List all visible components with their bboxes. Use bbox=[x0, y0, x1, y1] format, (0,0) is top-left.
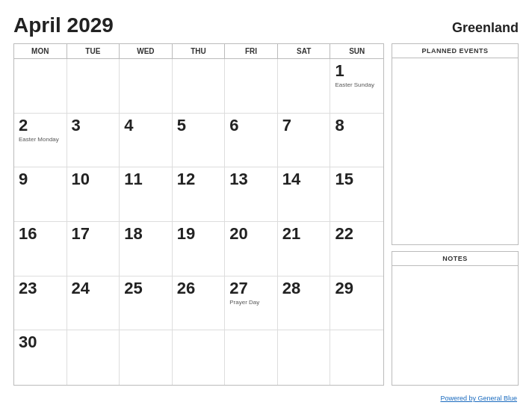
day-cell bbox=[67, 330, 120, 385]
day-cell: 2Easter Monday bbox=[14, 114, 67, 168]
day-cell: 5 bbox=[173, 114, 226, 168]
day-number: 2 bbox=[19, 117, 62, 135]
calendar-header: April 2029 Greenland bbox=[13, 13, 519, 37]
calendar-grid: 1Easter Sunday2Easter Monday345678910111… bbox=[14, 59, 383, 385]
day-cell: 8 bbox=[330, 114, 383, 168]
day-number: 11 bbox=[124, 170, 167, 188]
day-cell bbox=[67, 59, 120, 114]
day-number: 17 bbox=[72, 225, 115, 243]
region-title: Greenland bbox=[452, 20, 519, 36]
day-number: 4 bbox=[124, 117, 167, 135]
sidebar: PLANNED EVENTS NOTES bbox=[392, 43, 519, 386]
day-header-mon: MON bbox=[14, 44, 67, 58]
day-number: 25 bbox=[124, 279, 167, 297]
day-number: 12 bbox=[177, 170, 220, 188]
main-content: MON TUE WED THU FRI SAT SUN 1Easter Sund… bbox=[13, 43, 519, 386]
day-number: 22 bbox=[335, 225, 379, 243]
day-cell bbox=[120, 330, 173, 385]
day-event-label: Easter Sunday bbox=[335, 81, 379, 89]
day-number: 16 bbox=[19, 225, 62, 243]
day-cell bbox=[278, 330, 331, 385]
day-header-thu: THU bbox=[173, 44, 226, 58]
day-cell: 22 bbox=[330, 222, 383, 276]
day-header-wed: WED bbox=[120, 44, 173, 58]
day-cell: 7 bbox=[278, 114, 331, 168]
day-number: 20 bbox=[229, 225, 273, 243]
day-cell bbox=[278, 59, 331, 114]
day-number: 3 bbox=[72, 117, 115, 135]
day-cell: 19 bbox=[173, 222, 226, 276]
day-number: 9 bbox=[19, 170, 62, 188]
day-cell bbox=[14, 59, 67, 114]
day-cell: 23 bbox=[14, 276, 67, 331]
day-number: 18 bbox=[124, 225, 167, 243]
day-cell: 16 bbox=[14, 222, 67, 276]
day-header-fri: FRI bbox=[225, 44, 278, 58]
day-cell: 20 bbox=[225, 222, 278, 276]
planned-events-box: PLANNED EVENTS bbox=[392, 43, 519, 245]
day-cell: 29 bbox=[330, 276, 383, 331]
day-cell: 13 bbox=[225, 167, 278, 222]
planned-events-label: PLANNED EVENTS bbox=[392, 44, 518, 58]
month-year-title: April 2029 bbox=[13, 13, 114, 37]
day-header-tue: TUE bbox=[67, 44, 120, 58]
day-number: 30 bbox=[19, 333, 62, 351]
day-cell: 28 bbox=[278, 276, 331, 331]
day-number: 19 bbox=[177, 225, 220, 243]
day-number: 26 bbox=[177, 279, 220, 297]
day-cell: 21 bbox=[278, 222, 331, 276]
day-number: 14 bbox=[282, 170, 326, 188]
day-number: 1 bbox=[335, 62, 379, 80]
day-cell: 1Easter Sunday bbox=[330, 59, 383, 114]
day-cell: 27Prayer Day bbox=[225, 276, 278, 331]
day-number: 13 bbox=[229, 170, 273, 188]
day-number: 28 bbox=[282, 279, 326, 297]
day-cell: 30 bbox=[14, 330, 67, 385]
day-cell: 3 bbox=[67, 114, 120, 168]
day-cell: 26 bbox=[173, 276, 226, 331]
day-cell: 17 bbox=[67, 222, 120, 276]
day-event-label: Prayer Day bbox=[229, 299, 273, 306]
day-cell: 25 bbox=[120, 276, 173, 331]
day-number: 15 bbox=[335, 170, 379, 188]
day-cell: 12 bbox=[173, 167, 226, 222]
day-event-label: Easter Monday bbox=[19, 136, 62, 143]
day-cell: 24 bbox=[67, 276, 120, 331]
day-cell bbox=[173, 330, 226, 385]
day-number: 24 bbox=[72, 279, 115, 297]
day-cell: 6 bbox=[225, 114, 278, 168]
planned-events-content bbox=[392, 58, 518, 244]
day-number: 23 bbox=[19, 279, 62, 297]
notes-content bbox=[392, 266, 518, 385]
footer: Powered by General Blue bbox=[13, 390, 519, 404]
day-cell: 10 bbox=[67, 167, 120, 222]
day-number: 21 bbox=[282, 225, 326, 243]
calendar-grid-section: MON TUE WED THU FRI SAT SUN 1Easter Sund… bbox=[13, 43, 384, 386]
day-cell: 15 bbox=[330, 167, 383, 222]
day-cell: 14 bbox=[278, 167, 331, 222]
day-cell bbox=[120, 59, 173, 114]
day-header-sat: SAT bbox=[278, 44, 331, 58]
day-cell bbox=[225, 59, 278, 114]
day-cell: 18 bbox=[120, 222, 173, 276]
day-cell: 9 bbox=[14, 167, 67, 222]
general-blue-link[interactable]: Powered by General Blue bbox=[440, 395, 517, 402]
day-number: 10 bbox=[72, 170, 115, 188]
day-cell bbox=[330, 330, 383, 385]
calendar-page: April 2029 Greenland MON TUE WED THU FRI… bbox=[0, 0, 532, 411]
day-header-sun: SUN bbox=[330, 44, 383, 58]
day-number: 29 bbox=[335, 279, 379, 297]
day-cell bbox=[225, 330, 278, 385]
day-cell bbox=[173, 59, 226, 114]
notes-box: NOTES bbox=[392, 251, 519, 386]
day-headers-row: MON TUE WED THU FRI SAT SUN bbox=[14, 44, 383, 59]
day-number: 27 bbox=[229, 279, 273, 297]
notes-label: NOTES bbox=[392, 252, 518, 266]
day-number: 8 bbox=[335, 117, 379, 135]
day-number: 6 bbox=[229, 117, 273, 135]
day-number: 7 bbox=[282, 117, 326, 135]
day-cell: 4 bbox=[120, 114, 173, 168]
day-cell: 11 bbox=[120, 167, 173, 222]
day-number: 5 bbox=[177, 117, 220, 135]
